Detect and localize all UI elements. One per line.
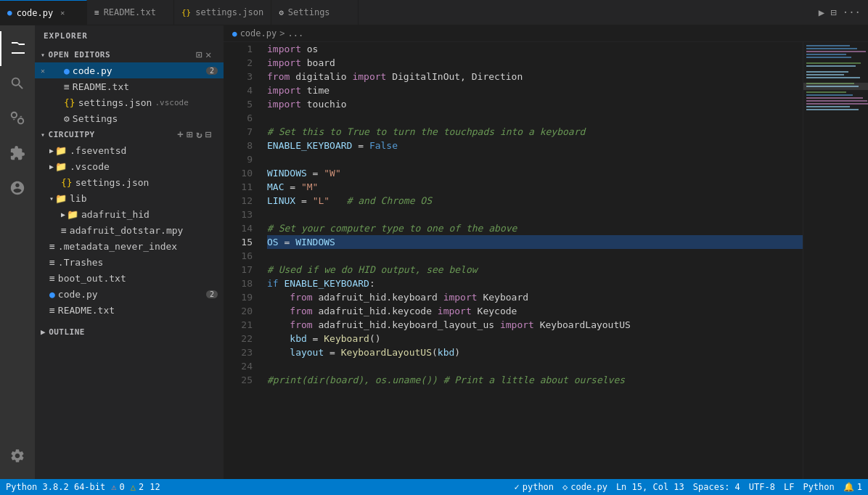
line-ending-item[interactable]: LF bbox=[784, 482, 794, 492]
line-num: 17 bbox=[224, 263, 253, 277]
svg-rect-3 bbox=[806, 51, 866, 52]
run-button[interactable]: ▶ bbox=[819, 7, 824, 18]
files-icon bbox=[9, 40, 27, 57]
file-name: settings.json bbox=[75, 177, 150, 188]
open-editors-section[interactable]: ▾ OPEN EDITORS ⊡ ✕ bbox=[35, 46, 224, 62]
file-code-py[interactable]: ● code.py 2 bbox=[35, 286, 224, 302]
code-line-3: from digitalio import DigitalInOut, Dire… bbox=[267, 70, 803, 83]
source-control-activity-item[interactable] bbox=[0, 101, 35, 136]
line-ending: LF bbox=[784, 482, 794, 492]
tab-settings-json[interactable]: {} settings.json bbox=[174, 0, 271, 25]
json-icon: {} bbox=[181, 8, 191, 17]
lang-mode-item[interactable]: Python bbox=[803, 482, 834, 492]
file-metadata[interactable]: ≡ .metadata_never_index bbox=[35, 238, 224, 254]
settings-activity-item[interactable] bbox=[0, 438, 35, 473]
new-file-icon[interactable]: + bbox=[177, 128, 184, 140]
svg-rect-16 bbox=[806, 100, 867, 102]
close-all-icon[interactable]: ✕ bbox=[205, 49, 212, 60]
folder-adafruit-hid[interactable]: ▶ 📁 adafruit_hid bbox=[35, 206, 224, 222]
file-name: Settings bbox=[73, 113, 118, 124]
extensions-activity-item[interactable] bbox=[0, 136, 35, 171]
file-readme[interactable]: ≡ README.txt bbox=[35, 302, 224, 318]
circuitpy-section[interactable]: ▾ CIRCUITPY + ⊞ ↻ ⊟ bbox=[35, 126, 224, 142]
svg-rect-1 bbox=[806, 45, 850, 46]
chevron-down-icon: ▾ bbox=[41, 51, 46, 59]
spaces: Spaces: 4 bbox=[693, 482, 740, 492]
search-activity-item[interactable] bbox=[0, 66, 35, 101]
status-bar: Python 3.8.2 64-bit ⚠ 0 △ 2 12 ✓ python … bbox=[0, 479, 868, 495]
tab-close-btn[interactable]: ✕ bbox=[60, 9, 65, 17]
bell-icon[interactable]: 🔔 1 bbox=[843, 482, 862, 492]
file-boot-out[interactable]: ≡ boot_out.txt bbox=[35, 270, 224, 286]
tab-settings[interactable]: ⚙ Settings bbox=[271, 0, 359, 25]
extensions-icon bbox=[9, 145, 25, 161]
svg-rect-15 bbox=[806, 97, 863, 99]
tab-label: Settings bbox=[288, 7, 330, 17]
line-num: 12 bbox=[224, 194, 253, 208]
activity-bar bbox=[0, 25, 35, 479]
open-file-settings-json[interactable]: {} settings.json .vscode bbox=[35, 94, 224, 110]
code-line-22: kbd = Keyboard() bbox=[267, 332, 803, 345]
tab-readme[interactable]: ≡ README.txt bbox=[87, 0, 174, 25]
svg-rect-5 bbox=[806, 57, 851, 58]
folder-vscode[interactable]: ▶ 📁 .vscode bbox=[35, 158, 224, 174]
svg-rect-10 bbox=[806, 77, 860, 78]
tab-code-py[interactable]: ● code.py ✕ bbox=[0, 0, 87, 25]
open-file-code-py[interactable]: ✕ ● code.py 2 bbox=[35, 62, 224, 78]
open-file-settings[interactable]: ⚙ Settings bbox=[35, 110, 224, 126]
file-name: code.py bbox=[570, 482, 607, 492]
tab-label: README.txt bbox=[104, 7, 156, 17]
svg-rect-20 bbox=[803, 83, 868, 90]
close-icon[interactable]: ✕ bbox=[41, 67, 45, 75]
warnings-item[interactable]: △ 2 bbox=[131, 482, 144, 492]
warning-icon: △ bbox=[131, 482, 136, 492]
code-editor: 1 2 3 4 5 6 7 8 9 10 11 12 13 14 15 16 1 bbox=[224, 42, 868, 479]
file-item[interactable]: ◇ code.py bbox=[562, 482, 607, 492]
file-trashes[interactable]: ≡ .Trashes bbox=[35, 254, 224, 270]
chevron-right-icon: ▶ bbox=[49, 147, 54, 155]
info-item[interactable]: 12 bbox=[150, 482, 160, 492]
position-item[interactable]: Ln 15, Col 13 bbox=[616, 482, 684, 492]
code-content[interactable]: import os import board from digitalio im… bbox=[260, 42, 803, 479]
chevron-down-icon: ▾ bbox=[49, 195, 54, 202]
json-file-icon: {} bbox=[64, 97, 75, 108]
file-name: code.py bbox=[73, 65, 112, 76]
split-editor-button[interactable]: ⊟ bbox=[830, 7, 836, 18]
section-actions: ⊡ ✕ bbox=[196, 49, 218, 60]
line-num: 20 bbox=[224, 304, 253, 318]
explorer-activity-item[interactable] bbox=[0, 31, 35, 66]
file-vscode-settings[interactable]: {} settings.json bbox=[35, 174, 224, 190]
line-numbers: 1 2 3 4 5 6 7 8 9 10 11 12 13 14 15 16 1 bbox=[224, 42, 260, 479]
outline-section[interactable]: ▶ OUTLINE bbox=[35, 324, 224, 340]
file-icon: ≡ bbox=[49, 305, 55, 316]
errors-item[interactable]: ⚠ 0 bbox=[111, 482, 124, 492]
folder-lib[interactable]: ▾ 📁 lib bbox=[35, 190, 224, 206]
code-icon: ◇ bbox=[562, 482, 568, 492]
code-line-23: layout = KeyboardLayoutUS(kbd) bbox=[267, 345, 803, 359]
settings-file-icon: ⚙ bbox=[64, 113, 70, 124]
python-lang-item[interactable]: ✓ python bbox=[514, 482, 554, 492]
file-adafruit-dotstar[interactable]: ≡ adafruit_dotstar.mpy bbox=[35, 222, 224, 238]
line-num: 4 bbox=[224, 83, 253, 97]
code-line-15: OS = WINDOWS bbox=[267, 235, 803, 249]
refresh-icon[interactable]: ↻ bbox=[196, 128, 202, 140]
file-icon: ≡ bbox=[49, 257, 55, 268]
python-version-item[interactable]: Python 3.8.2 64-bit bbox=[6, 482, 105, 492]
spaces-item[interactable]: Spaces: 4 bbox=[693, 482, 740, 492]
save-all-icon[interactable]: ⊡ bbox=[196, 49, 202, 60]
sidebar-title: EXPLORER bbox=[35, 25, 224, 46]
error-count: 0 bbox=[120, 482, 125, 492]
collapse-all-icon[interactable]: ⊟ bbox=[205, 128, 212, 140]
file-name: .Trashes bbox=[58, 257, 104, 268]
status-left: Python 3.8.2 64-bit ⚠ 0 △ 2 12 bbox=[6, 482, 160, 492]
folder-fseventsd[interactable]: ▶ 📁 .fseventsd bbox=[35, 142, 224, 158]
line-num: 11 bbox=[224, 180, 253, 194]
more-actions-button[interactable]: ··· bbox=[843, 7, 861, 18]
open-file-readme[interactable]: ≡ README.txt bbox=[35, 78, 224, 94]
py-icon: ● bbox=[7, 8, 12, 17]
encoding-item[interactable]: UTF-8 bbox=[749, 482, 775, 492]
py-file-icon: ● bbox=[64, 65, 70, 76]
remote-activity-item[interactable] bbox=[0, 171, 35, 205]
code-line-6 bbox=[267, 111, 803, 125]
new-folder-icon[interactable]: ⊞ bbox=[187, 128, 193, 140]
